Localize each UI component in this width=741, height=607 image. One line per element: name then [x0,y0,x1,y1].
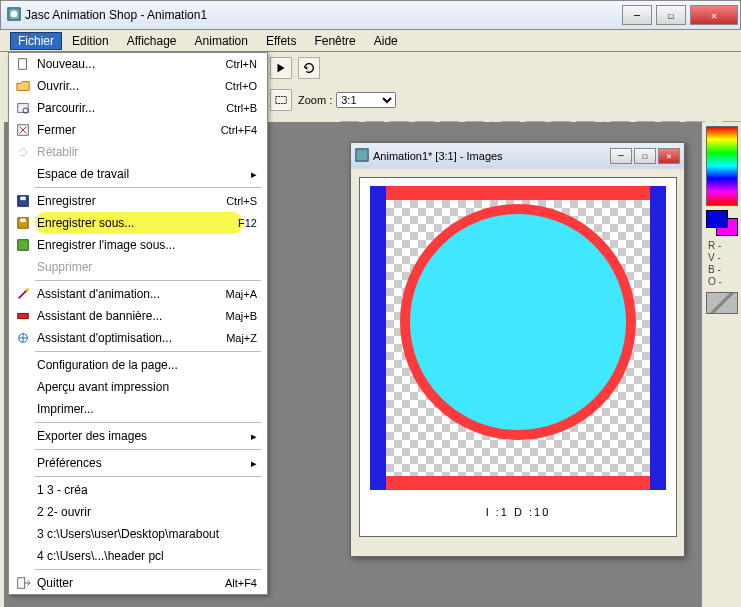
app-icon [7,7,21,24]
menu-item-quitter[interactable]: Quitter Alt+F4 [9,572,267,594]
submenu-arrow-icon: ▸ [251,457,261,470]
zoom-select[interactable]: 3:1 [336,92,396,108]
menu-item-recent-2[interactable]: 2 2- ouvrir [9,501,267,523]
menu-label: Assistant d'animation... [37,287,220,301]
menu-item-assistant-optimisation[interactable]: Assistant d'optimisation... Maj+Z [9,327,267,349]
submenu-arrow-icon: ▸ [251,168,261,181]
menu-item-config-page[interactable]: Configuration de la page... [9,354,267,376]
menu-fenetre[interactable]: Fenêtre [306,32,363,50]
readout-b: B - [708,264,741,276]
color-swatches[interactable] [706,210,738,236]
color-spectrum[interactable] [706,126,738,206]
menu-label: Supprimer [37,260,261,274]
menu-affichage[interactable]: Affichage [119,32,185,50]
menu-item-enregistrer[interactable]: Enregistrer Ctrl+S [9,190,267,212]
menu-shortcut: Ctrl+B [226,102,261,114]
menu-animation[interactable]: Animation [187,32,256,50]
menu-label: Préférences [37,456,245,470]
toolbar-selection-button[interactable] [270,89,292,111]
readout-v: V - [708,252,741,264]
child-close-button[interactable]: ✕ [658,148,680,164]
zoom-control: Zoom : 3:1 [298,92,396,108]
menu-item-imprimer[interactable]: Imprimer... [9,398,267,420]
menu-item-espace-travail[interactable]: Espace de travail ▸ [9,163,267,185]
menu-label: Assistant d'optimisation... [37,331,220,345]
cyan-circle [400,204,636,440]
browse-icon [15,101,31,115]
menu-item-fermer[interactable]: Fermer Ctrl+F4 [9,119,267,141]
child-body: I :1 D :10 [351,169,684,556]
window-minimize-button[interactable]: ─ [622,5,652,25]
menu-label: Rétablir [37,145,261,159]
menu-label: Aperçu avant impression [37,380,261,394]
app-title: Jasc Animation Shop - Animation1 [25,8,207,22]
banner-icon [15,309,31,323]
menu-item-preferences[interactable]: Préférences ▸ [9,452,267,474]
readout-r: R - [708,240,741,252]
animation-frame[interactable]: I :1 D :10 [359,177,677,537]
menu-shortcut: Ctrl+S [226,195,261,207]
menu-shortcut: Maj+A [226,288,262,300]
close-file-icon [15,123,31,137]
submenu-arrow-icon: ▸ [251,430,261,443]
menu-shortcut: Maj+Z [226,332,261,344]
menu-effets[interactable]: Effets [258,32,304,50]
child-title-text: Animation1* [3:1] - Images [373,150,503,162]
open-icon [15,79,31,93]
exit-icon [15,576,31,590]
red-bar-bottom [370,476,666,490]
menu-item-apercu[interactable]: Aperçu avant impression [9,376,267,398]
menu-item-supprimer: Supprimer [9,256,267,278]
svg-rect-10 [20,197,25,201]
menu-item-ouvrir[interactable]: Ouvrir... Ctrl+O [9,75,267,97]
menu-item-recent-1[interactable]: 1 3 - créa [9,479,267,501]
svg-rect-13 [18,240,29,251]
menu-label: Espace de travail [37,167,245,181]
menubar: Fichier Edition Affichage Animation Effe… [0,30,741,52]
menu-shortcut: Maj+B [226,310,262,322]
menu-edition[interactable]: Edition [64,32,117,50]
fichier-dropdown: Nouveau... Ctrl+N Ouvrir... Ctrl+O Parco… [8,52,268,595]
toolbar-play-button[interactable] [270,57,292,79]
menu-item-nouveau[interactable]: Nouveau... Ctrl+N [9,53,267,75]
window-close-button[interactable]: ✕ [690,5,738,25]
svg-marker-2 [278,64,285,73]
svg-rect-12 [20,219,25,223]
child-minimize-button[interactable]: ─ [610,148,632,164]
menu-fichier[interactable]: Fichier [10,32,62,50]
menu-item-exporter[interactable]: Exporter des images ▸ [9,425,267,447]
menu-label: Quitter [37,576,219,590]
blue-bar-right [650,186,666,490]
menu-aide[interactable]: Aide [366,32,406,50]
menu-shortcut: Ctrl+F4 [221,124,261,136]
menu-label: Ouvrir... [37,79,219,93]
menu-item-recent-3[interactable]: 3 c:\Users\user\Desktop\marabout [9,523,267,545]
window-maximize-button[interactable]: ☐ [656,5,686,25]
readout-o: O - [708,276,741,288]
menu-item-enregistrer-sous[interactable]: Enregistrer sous... F12 [9,212,267,234]
menu-item-assistant-banniere[interactable]: Assistant de bannière... Maj+B [9,305,267,327]
frame-canvas [360,178,676,498]
no-color-box[interactable] [706,292,738,314]
menu-item-enregistrer-image-sous[interactable]: Enregistrer l'image sous... [9,234,267,256]
menu-label: 4 c:\Users\...\header pcl [37,549,261,563]
blue-bar-left [370,186,386,490]
new-icon [15,57,31,71]
svg-point-1 [11,10,18,17]
menu-item-retablir: Rétablir [9,141,267,163]
svg-rect-17 [18,578,25,589]
child-maximize-button[interactable]: ☐ [634,148,656,164]
menu-item-assistant-animation[interactable]: Assistant d'animation... Maj+A [9,283,267,305]
revert-icon [15,145,31,159]
menu-shortcut: Alt+F4 [225,577,261,589]
menu-item-recent-4[interactable]: 4 c:\Users\...\header pcl [9,545,267,567]
toolbar-loop-button[interactable] [298,57,320,79]
palette-column: R - V - B - O - [701,122,741,607]
child-titlebar[interactable]: Animation1* [3:1] - Images ─ ☐ ✕ [351,143,684,169]
menu-shortcut: Ctrl+O [225,80,261,92]
menu-label: 3 c:\Users\user\Desktop\marabout [37,527,261,541]
foreground-color-swatch[interactable] [706,210,728,228]
menu-label: 2 2- ouvrir [37,505,261,519]
menu-item-parcourir[interactable]: Parcourir... Ctrl+B [9,97,267,119]
menu-shortcut: Ctrl+N [226,58,261,70]
